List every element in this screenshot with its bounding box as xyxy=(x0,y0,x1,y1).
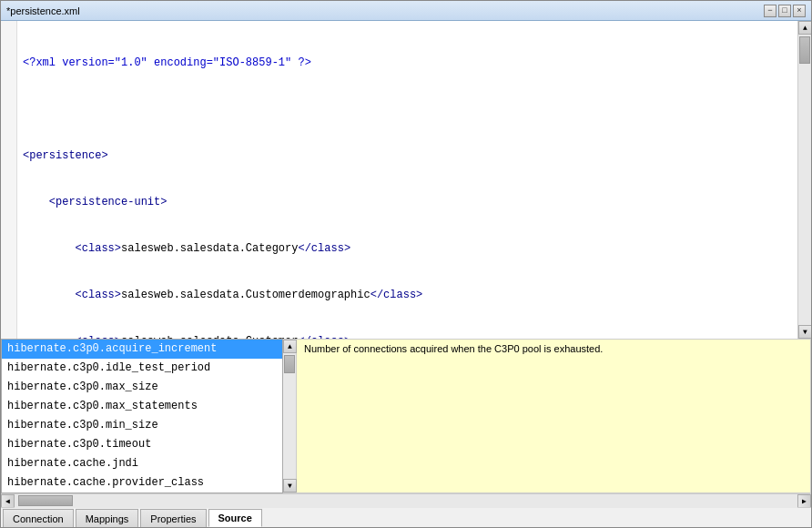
editor-area[interactable]: <?xml version="1.0" encoding="ISO-8859-1… xyxy=(17,21,797,339)
autocomplete-scroll-up[interactable]: ▲ xyxy=(283,340,297,353)
code-line: <class>salesweb.salesdata.Customerdemogr… xyxy=(23,288,792,303)
autocomplete-item[interactable]: hibernate.c3p0.min_size xyxy=(2,416,282,435)
code-line: <persistence> xyxy=(23,148,792,164)
title-bar: *persistence.xml − □ × xyxy=(1,1,811,21)
minimize-button[interactable]: − xyxy=(764,5,776,17)
autocomplete-tooltip: Number of connections acquired when the … xyxy=(297,339,811,493)
editor-main-area: ! <?xml version="1.0" encoding="ISO-8859… xyxy=(1,21,811,339)
title-bar-buttons: − □ × xyxy=(764,5,806,17)
autocomplete-item[interactable]: hibernate.cache.jndi xyxy=(2,454,282,473)
tooltip-text: Number of connections acquired when the … xyxy=(304,343,603,354)
scroll-down-button[interactable]: ▼ xyxy=(798,325,811,339)
bottom-section: hibernate.c3p0.acquire_increment hiberna… xyxy=(1,339,811,527)
code-view[interactable]: <?xml version="1.0" encoding="ISO-8859-1… xyxy=(17,21,797,339)
code-line xyxy=(23,102,792,117)
autocomplete-scroll-down[interactable]: ▼ xyxy=(283,479,297,492)
horizontal-scrollbar[interactable]: ◀ ▶ xyxy=(1,493,811,507)
autocomplete-scroll-thumb[interactable] xyxy=(284,355,295,373)
tab-mappings[interactable]: Mappings xyxy=(76,509,139,527)
code-line: <persistence-unit> xyxy=(23,195,792,210)
main-window: *persistence.xml − □ × ! <?xml version="… xyxy=(0,0,812,528)
scroll-up-button[interactable]: ▲ xyxy=(798,21,811,35)
line-gutter: ! xyxy=(1,21,17,339)
autocomplete-row: hibernate.c3p0.acquire_increment hiberna… xyxy=(1,339,811,493)
autocomplete-item[interactable]: hibernate.c3p0.idle_test_period xyxy=(2,359,282,378)
vertical-scrollbar[interactable]: ▲ ▼ xyxy=(797,21,811,339)
tab-source[interactable]: Source xyxy=(208,509,262,527)
close-button[interactable]: × xyxy=(793,5,806,17)
scroll-track[interactable] xyxy=(798,35,811,325)
hscroll-thumb[interactable] xyxy=(18,495,73,506)
autocomplete-item[interactable]: hibernate.cache.provider_class xyxy=(2,473,282,492)
autocomplete-scrollbar[interactable]: ▲ ▼ xyxy=(283,339,297,493)
window-title: *persistence.xml xyxy=(6,5,758,16)
code-content: <?xml version="1.0" encoding="ISO-8859-1… xyxy=(17,21,797,339)
autocomplete-item[interactable]: hibernate.c3p0.max_size xyxy=(2,378,282,397)
autocomplete-item[interactable]: hibernate.c3p0.max_statements xyxy=(2,397,282,416)
hscroll-track[interactable] xyxy=(15,494,797,508)
tab-connection[interactable]: Connection xyxy=(3,509,74,527)
autocomplete-scroll-track[interactable] xyxy=(283,353,296,479)
scroll-thumb[interactable] xyxy=(799,36,810,64)
code-line: <?xml version="1.0" encoding="ISO-8859-1… xyxy=(23,56,792,71)
tabs-bar: Connection Mappings Properties Source xyxy=(1,507,811,527)
maximize-button[interactable]: □ xyxy=(778,5,791,17)
hscroll-left-button[interactable]: ◀ xyxy=(1,494,15,508)
hscroll-right-button[interactable]: ▶ xyxy=(797,494,811,508)
autocomplete-item[interactable]: hibernate.c3p0.acquire_increment xyxy=(2,340,282,359)
autocomplete-item[interactable]: hibernate.c3p0.timeout xyxy=(2,435,282,454)
tab-properties[interactable]: Properties xyxy=(140,509,206,527)
autocomplete-list[interactable]: hibernate.c3p0.acquire_increment hiberna… xyxy=(1,339,283,493)
code-line: <class>salesweb.salesdata.Customer</clas… xyxy=(23,334,792,339)
code-line: <class>salesweb.salesdata.Category</clas… xyxy=(23,241,792,257)
